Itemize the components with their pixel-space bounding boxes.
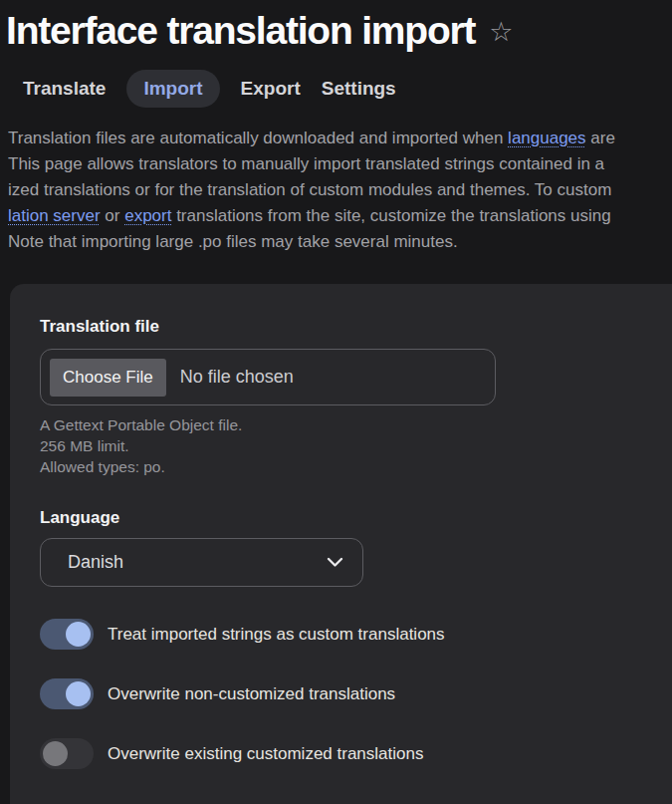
- toggle-overwrite-noncustomized[interactable]: [40, 678, 94, 709]
- toggle-treat-imported-custom[interactable]: [40, 619, 94, 650]
- chevron-down-icon: [327, 557, 343, 568]
- toggle-row-overwrite-noncustomized: Overwrite non-customized translations: [40, 678, 672, 709]
- intro-line-4: lation server or export translations fro…: [8, 203, 672, 229]
- translation-server-link[interactable]: lation server: [8, 206, 101, 225]
- description-line: A Gettext Portable Object file.: [40, 414, 672, 435]
- intro-line-5: Note that importing large .po files may …: [8, 229, 672, 255]
- file-status-text: No file chosen: [180, 367, 294, 388]
- tab-bar: Translate Import Export Settings: [23, 70, 672, 108]
- intro-segment: are: [586, 129, 615, 147]
- toggle-knob: [43, 741, 68, 766]
- language-select-value: Danish: [68, 552, 123, 573]
- description-line: 256 MB limit.: [40, 435, 672, 456]
- description-line: Allowed types: po.: [40, 456, 672, 477]
- tab-settings[interactable]: Settings: [322, 70, 396, 108]
- intro-line-2: This page allows translators to manually…: [8, 151, 672, 177]
- toggle-label: Overwrite existing customized translatio…: [108, 744, 423, 764]
- language-label: Language: [40, 507, 672, 528]
- star-icon[interactable]: ☆: [489, 19, 513, 46]
- toggle-label: Overwrite non-customized translations: [108, 684, 395, 704]
- toggle-knob: [66, 622, 91, 647]
- toggle-group: Treat imported strings as custom transla…: [40, 619, 672, 769]
- languages-link[interactable]: languages: [508, 129, 585, 147]
- export-link[interactable]: export: [124, 206, 171, 225]
- intro-segment: translations from the site, customize th…: [171, 206, 610, 225]
- translation-file-label: Translation file: [40, 316, 672, 337]
- toggle-label: Treat imported strings as custom transla…: [108, 625, 445, 645]
- intro-line-3: ized translations or for the translation…: [8, 177, 672, 203]
- intro-text: Translation files are automatically down…: [8, 126, 672, 255]
- language-select[interactable]: Danish: [40, 538, 363, 587]
- choose-file-button[interactable]: Choose File: [50, 359, 166, 397]
- intro-segment: Translation files are automatically down…: [8, 129, 508, 147]
- tab-translate[interactable]: Translate: [23, 70, 106, 108]
- page-title: Interface translation import: [6, 8, 475, 54]
- toggle-knob: [66, 681, 91, 706]
- intro-segment: or: [101, 206, 125, 225]
- intro-line-1: Translation files are automatically down…: [8, 126, 672, 151]
- file-field-descriptions: A Gettext Portable Object file. 256 MB l…: [40, 414, 672, 477]
- toggle-row-custom-translations: Treat imported strings as custom transla…: [40, 619, 672, 650]
- page-header: Interface translation import ☆: [6, 8, 672, 54]
- toggle-overwrite-customized[interactable]: [40, 738, 94, 769]
- file-upload-input[interactable]: Choose File No file chosen: [40, 349, 496, 405]
- toggle-row-overwrite-customized: Overwrite existing customized translatio…: [40, 738, 672, 769]
- tab-import[interactable]: Import: [126, 70, 219, 108]
- tab-export[interactable]: Export: [241, 70, 301, 108]
- import-form-card: Translation file Choose File No file cho…: [10, 284, 672, 804]
